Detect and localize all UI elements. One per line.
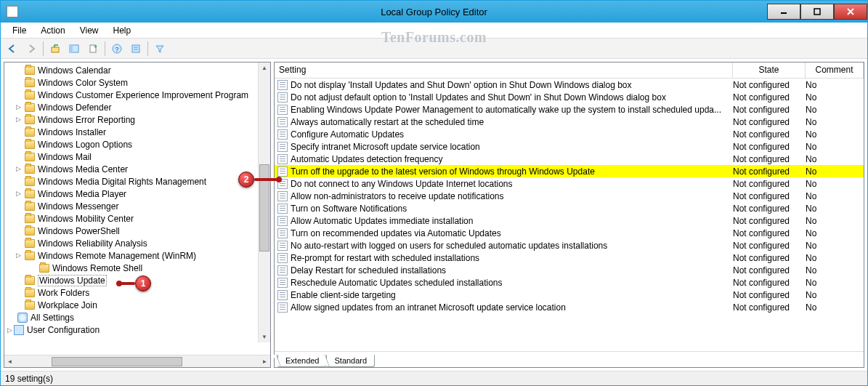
tree-item[interactable]: Work Folders (4, 286, 270, 299)
column-setting[interactable]: Setting (275, 63, 733, 78)
setting-row[interactable]: Re-prompt for restart with scheduled ins… (275, 252, 864, 264)
up-button[interactable] (46, 41, 64, 57)
scroll-right-icon[interactable]: ► (259, 356, 270, 367)
tree-item[interactable]: Windows Remote Shell (4, 262, 270, 274)
properties-button[interactable] (127, 41, 145, 57)
setting-row[interactable]: Do not adjust default option to 'Install… (275, 91, 864, 103)
settings-list[interactable]: Do not display 'Install Updates and Shut… (275, 79, 864, 351)
menu-action[interactable]: Action (35, 24, 70, 37)
folder-icon (25, 66, 35, 75)
folder-icon (25, 153, 35, 161)
tree-item[interactable]: Windows Color System (4, 76, 270, 89)
setting-comment: No (806, 265, 864, 276)
setting-row[interactable]: Turn off the upgrade to the latest versi… (275, 165, 864, 177)
setting-row[interactable]: Allow Automatic Updates immediate instal… (275, 214, 864, 227)
tree-item[interactable]: ▷Windows Media Center (4, 163, 270, 175)
tree-item-label: Windows Mobility Center (38, 214, 134, 224)
tab-standard[interactable]: Standard (326, 355, 375, 367)
setting-comment: No (806, 105, 864, 115)
tree-item[interactable]: Windows PowerShell (4, 225, 270, 237)
setting-name: Turn off the upgrade to the latest versi… (291, 166, 733, 177)
tree-horizontal-scrollbar[interactable]: ◄ ► (4, 355, 270, 367)
folder-icon (25, 79, 35, 87)
tree-item[interactable]: Windows Customer Experience Improvement … (4, 89, 270, 101)
tree-item-all-settings[interactable]: All Settings (4, 311, 270, 323)
setting-row[interactable]: Configure Automatic UpdatesNot configure… (275, 128, 864, 140)
expand-icon[interactable]: ▷ (7, 326, 12, 334)
setting-row[interactable]: Do not display 'Install Updates and Shut… (275, 79, 864, 91)
menu-view[interactable]: View (74, 24, 105, 37)
setting-state: Not configured (733, 105, 806, 115)
scroll-thumb[interactable] (259, 164, 269, 252)
forward-button[interactable] (23, 41, 40, 57)
filter-button[interactable] (151, 41, 169, 57)
tree-vertical-scrollbar[interactable]: ▲ ▼ (258, 63, 270, 342)
toolbar-separator (147, 41, 148, 56)
expand-icon[interactable]: ▷ (16, 116, 23, 123)
setting-row[interactable]: Allow signed updates from an intranet Mi… (275, 301, 864, 313)
titlebar[interactable]: Local Group Policy Editor (1, 1, 867, 23)
scroll-left-icon[interactable]: ◄ (4, 356, 15, 367)
tree-item[interactable]: Windows Media Digital Rights Management (4, 175, 270, 188)
expand-icon[interactable]: ▷ (16, 104, 23, 110)
tree-item[interactable]: Windows Update (4, 274, 270, 286)
setting-row[interactable]: Do not connect to any Windows Update Int… (275, 177, 864, 190)
tree-item[interactable]: Windows Logon Options (4, 138, 270, 150)
expand-icon[interactable]: ▷ (16, 166, 23, 172)
setting-row[interactable]: Turn on Software NotificationsNot config… (275, 202, 864, 214)
policy-icon (277, 302, 288, 313)
setting-row[interactable]: Enabling Windows Update Power Management… (275, 103, 864, 116)
setting-state: Not configured (733, 142, 806, 152)
column-state[interactable]: State (733, 63, 806, 78)
menu-help[interactable]: Help (108, 24, 137, 37)
tree-item[interactable]: Windows Messenger (4, 200, 270, 212)
minimize-button[interactable] (767, 4, 800, 20)
tree-item[interactable]: Workplace Join (4, 299, 270, 311)
setting-row[interactable]: Always automatically restart at the sche… (275, 116, 864, 128)
tree-item[interactable]: Windows Calendar (4, 64, 270, 76)
setting-row[interactable]: Turn on recommended updates via Automati… (275, 227, 864, 239)
tree-item[interactable]: Windows Mobility Center (4, 212, 270, 225)
tree-item[interactable]: Windows Mail (4, 150, 270, 163)
tree-item[interactable]: ▷Windows Error Reporting (4, 113, 270, 126)
expand-icon[interactable]: ▷ (16, 190, 23, 197)
setting-comment: No (806, 253, 864, 263)
menu-file[interactable]: File (7, 24, 32, 37)
folder-icon (25, 128, 35, 137)
svg-rect-2 (52, 47, 59, 52)
setting-row[interactable]: Specify intranet Microsoft update servic… (275, 140, 864, 153)
scroll-down-icon[interactable]: ▼ (259, 331, 269, 342)
setting-row[interactable]: Delay Restart for scheduled installation… (275, 264, 864, 276)
maximize-button[interactable] (800, 4, 834, 20)
setting-row[interactable]: No auto-restart with logged on users for… (275, 239, 864, 252)
tree-item[interactable]: Windows Installer (4, 126, 270, 138)
export-button[interactable] (84, 41, 102, 57)
tab-extended[interactable]: Extended (277, 355, 327, 367)
tree-item[interactable]: ▷Windows Media Player (4, 188, 270, 200)
policy-icon (277, 142, 288, 152)
setting-state: Not configured (733, 166, 806, 177)
show-hide-tree-button[interactable] (65, 41, 83, 57)
tree-item[interactable]: ▷Windows Defender (4, 101, 270, 113)
tree-item-label: Windows Error Reporting (38, 115, 135, 125)
policy-icon (277, 117, 288, 127)
tree-item[interactable]: ▷Windows Remote Management (WinRM) (4, 249, 270, 262)
help-button[interactable]: ? (108, 41, 126, 57)
scroll-thumb[interactable] (52, 357, 182, 366)
back-button[interactable] (4, 41, 21, 57)
column-comment[interactable]: Comment (806, 63, 864, 78)
toolbar: ? (1, 39, 867, 59)
tree-item[interactable]: Windows Reliability Analysis (4, 237, 270, 249)
statusbar: 19 setting(s) (1, 371, 867, 385)
setting-row[interactable]: Reschedule Automatic Updates scheduled i… (275, 276, 864, 289)
tree-root-user-config[interactable]: ▷User Configuration (4, 323, 270, 336)
expand-icon[interactable]: ▷ (16, 252, 23, 259)
setting-row[interactable]: Enable client-side targetingNot configur… (275, 289, 864, 301)
setting-comment: No (806, 191, 864, 201)
close-button[interactable] (834, 4, 867, 20)
tree-body[interactable]: Windows CalendarWindows Color SystemWind… (4, 63, 270, 355)
setting-state: Not configured (733, 204, 806, 214)
setting-row[interactable]: Automatic Updates detection frequencyNot… (275, 153, 864, 165)
scroll-up-icon[interactable]: ▲ (259, 63, 269, 73)
setting-row[interactable]: Allow non-administrators to receive upda… (275, 190, 864, 202)
